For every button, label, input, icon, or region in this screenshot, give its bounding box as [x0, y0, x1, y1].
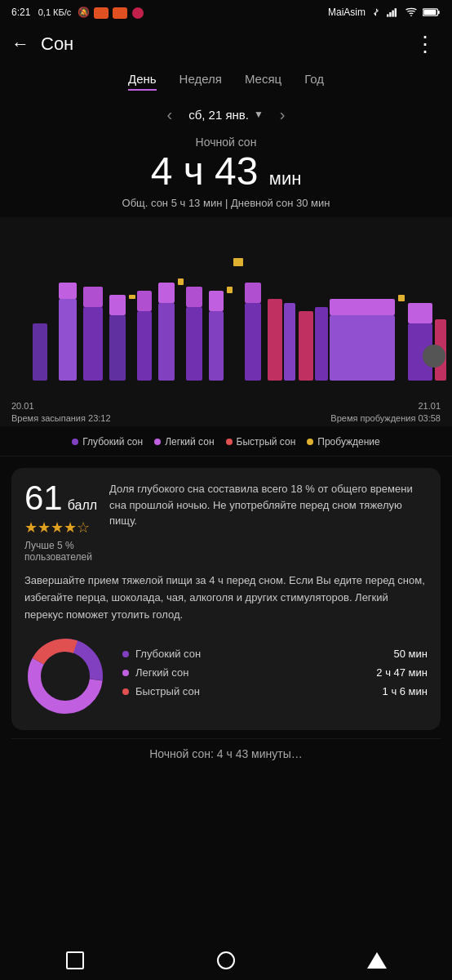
svg-rect-15	[109, 295, 126, 315]
sleep-end-time: Время пробуждения 03:58	[330, 412, 441, 425]
breakdown-rem-label: Быстрый сон	[135, 685, 376, 697]
light-sleep-dot	[154, 439, 161, 445]
legend-light-sleep: Легкий сон	[154, 436, 214, 448]
svg-rect-9	[33, 323, 47, 381]
wakeup-label: Пробуждение	[317, 436, 379, 448]
rem-sleep-dot	[226, 439, 233, 445]
svg-point-4	[410, 16, 412, 17]
tabs-bar: День Неделя Месяц Год	[0, 65, 452, 100]
signal-icon	[387, 7, 400, 18]
breakdown-rem-value: 1 ч 6 мин	[383, 685, 428, 697]
svg-rect-2	[392, 11, 393, 17]
breakdown-deep: Глубокий сон 50 мин	[122, 648, 428, 660]
score-unit: балл	[68, 498, 97, 512]
battery-icon	[423, 7, 441, 17]
svg-rect-1	[389, 12, 391, 17]
wifi-icon	[405, 7, 418, 18]
score-tip: Доля глубокого сна составила всего 18 % …	[109, 481, 428, 563]
sleep-legend: Глубокий сон Легкий сон Быстрый сон Проб…	[0, 426, 452, 457]
back-button[interactable]: ←	[11, 33, 29, 55]
score-description: Завершайте прием тяжелой пищи за 4 ч пер…	[24, 572, 428, 623]
tab-week[interactable]: Неделя	[179, 72, 222, 91]
score-card: 61балл ★★★★☆ Лучше 5 % пользователей Дол…	[11, 468, 441, 729]
sleep-minutes: 43	[215, 149, 258, 193]
breakdown-light-label: Легкий сон	[135, 666, 370, 679]
next-section-text: Ночной сон: 4 ч 43 минуты…	[149, 747, 303, 760]
sleep-total-label: Общ. сон 5 ч 13 мин | Дневной сон 30 мин	[0, 197, 452, 209]
svg-rect-26	[227, 287, 233, 293]
svg-rect-20	[158, 283, 175, 303]
score-stars: ★★★★☆	[24, 519, 98, 537]
next-date-button[interactable]: ›	[280, 105, 286, 124]
breakdown-deep-label: Глубокий сон	[135, 648, 388, 660]
score-value: 61	[24, 479, 63, 517]
nav-recents-button[interactable]	[366, 949, 388, 972]
tab-day[interactable]: День	[128, 72, 157, 91]
bottom-navigation	[0, 938, 452, 980]
nav-back-button[interactable]	[64, 949, 86, 972]
svg-rect-27	[233, 258, 243, 266]
nav-square-icon	[66, 951, 84, 969]
legend-deep-sleep: Глубокий сон	[72, 436, 143, 448]
bluetooth-icon	[370, 7, 382, 18]
svg-rect-28	[245, 303, 261, 381]
date-navigation: ‹ сб, 21 янв. ▼ ›	[0, 100, 452, 127]
tab-month[interactable]: Месяц	[245, 72, 281, 91]
status-right: MaiAsim	[328, 7, 441, 18]
svg-rect-22	[186, 307, 202, 381]
page-title: Сон	[41, 33, 73, 55]
deep-sleep-dot	[72, 439, 78, 445]
prev-date-button[interactable]: ‹	[166, 105, 172, 124]
breakdown-list: Глубокий сон 50 мин Легкий сон 2 ч 47 ми…	[122, 648, 428, 704]
svg-rect-33	[315, 307, 328, 381]
svg-rect-31	[284, 303, 295, 381]
breakdown-light: Легкий сон 2 ч 47 мин	[122, 666, 428, 679]
chart-scroll-handle[interactable]	[423, 345, 445, 368]
svg-rect-6	[438, 11, 440, 14]
sleep-chart-area: 20.01 Время засыпания 23:12 21.01 Время …	[0, 217, 452, 427]
svg-rect-35	[330, 299, 395, 315]
svg-rect-30	[268, 299, 282, 381]
sleep-start-time: Время засыпания 23:12	[11, 412, 111, 425]
svg-rect-38	[408, 303, 432, 323]
more-menu-button[interactable]: ⋮	[414, 32, 437, 57]
svg-rect-21	[178, 278, 184, 285]
sleep-hours: 4 ч	[151, 149, 204, 193]
sleep-end-date: 21.01	[330, 400, 441, 412]
svg-rect-16	[129, 295, 135, 299]
legend-wakeup: Пробуждение	[307, 436, 379, 448]
status-username: MaiAsim	[328, 7, 366, 18]
svg-rect-25	[209, 291, 224, 311]
sleep-duration: 4 ч 43 мин	[0, 150, 452, 194]
date-dropdown-icon[interactable]: ▼	[254, 109, 264, 120]
svg-rect-10	[59, 299, 77, 381]
sleep-donut-chart	[24, 635, 106, 717]
svg-rect-24	[209, 311, 224, 381]
svg-rect-12	[83, 307, 103, 381]
breakdown-deep-value: 50 мин	[394, 648, 428, 660]
svg-rect-34	[330, 315, 395, 381]
svg-rect-17	[137, 311, 152, 381]
svg-rect-0	[387, 15, 388, 17]
app-header: ← Сон ⋮	[0, 24, 452, 65]
status-network: 0,1 КБ/с	[38, 7, 72, 17]
svg-rect-19	[158, 303, 175, 381]
legend-rem-sleep: Быстрый сон	[226, 436, 296, 448]
sleep-minutes-unit: мин	[269, 168, 302, 189]
sleep-chart-svg	[0, 217, 452, 397]
sleep-breakdown: Глубокий сон 50 мин Легкий сон 2 ч 47 ми…	[24, 635, 428, 717]
status-time: 6:21	[11, 7, 30, 18]
sleep-start-date: 20.01	[11, 400, 111, 412]
status-bar: 6:21 0,1 КБ/с 🔕 MaiAsim	[0, 0, 452, 24]
tab-year[interactable]: Год	[304, 72, 324, 91]
score-percentile: Лучше 5 % пользователей	[24, 540, 98, 563]
current-date: сб, 21 янв.	[188, 108, 249, 122]
breakdown-light-value: 2 ч 47 мин	[376, 666, 428, 679]
svg-rect-18	[137, 291, 152, 311]
sleep-type-label: Ночной сон	[0, 136, 452, 149]
nav-home-button[interactable]	[215, 949, 237, 972]
deep-sleep-label: Глубокий сон	[82, 436, 143, 448]
light-sleep-label: Легкий сон	[165, 436, 214, 448]
score-number-display: 61балл	[24, 481, 98, 515]
status-icons: 🔕	[78, 7, 144, 18]
